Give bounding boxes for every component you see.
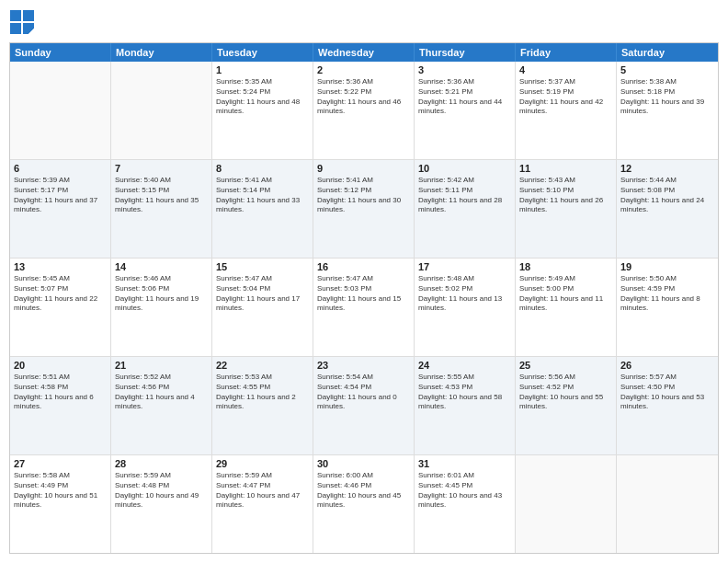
calendar-cell-w2-d4: 17Sunrise: 5:48 AMSunset: 5:02 PMDayligh… [415,259,516,356]
calendar-row-4: 27Sunrise: 5:58 AMSunset: 4:49 PMDayligh… [10,454,718,553]
day-info: Sunrise: 5:37 AMSunset: 5:19 PMDaylight:… [519,77,612,117]
day-info: Sunrise: 5:36 AMSunset: 5:22 PMDaylight:… [317,77,410,117]
day-info: Sunrise: 5:36 AMSunset: 5:21 PMDaylight:… [418,77,511,117]
calendar-cell-w2-d1: 14Sunrise: 5:46 AMSunset: 5:06 PMDayligh… [111,259,212,356]
day-number: 21 [115,360,208,371]
logo-icon [9,9,35,35]
calendar-cell-w0-d6: 5Sunrise: 5:38 AMSunset: 5:18 PMDaylight… [617,62,718,159]
calendar-cell-w3-d4: 24Sunrise: 5:55 AMSunset: 4:53 PMDayligh… [415,357,516,454]
day-info: Sunrise: 5:50 AMSunset: 4:59 PMDaylight:… [620,274,714,314]
day-info: Sunrise: 5:56 AMSunset: 4:52 PMDaylight:… [519,373,612,412]
calendar-cell-w4-d2: 29Sunrise: 5:59 AMSunset: 4:47 PMDayligh… [212,455,313,553]
day-info: Sunrise: 5:59 AMSunset: 4:48 PMDaylight:… [115,471,208,511]
day-info: Sunrise: 5:35 AMSunset: 5:24 PMDaylight:… [216,77,309,117]
day-number: 23 [317,360,410,371]
calendar-cell-w0-d5: 4Sunrise: 5:37 AMSunset: 5:19 PMDaylight… [516,62,617,159]
day-number: 30 [317,458,410,469]
day-info: Sunrise: 5:39 AMSunset: 5:17 PMDaylight:… [14,176,107,215]
day-info: Sunrise: 6:01 AMSunset: 4:45 PMDaylight:… [418,471,511,511]
calendar-cell-w0-d3: 2Sunrise: 5:36 AMSunset: 5:22 PMDaylight… [313,62,415,159]
calendar-cell-w3-d5: 25Sunrise: 5:56 AMSunset: 4:52 PMDayligh… [516,357,617,454]
calendar-row-3: 20Sunrise: 5:51 AMSunset: 4:58 PMDayligh… [10,356,718,454]
calendar-header: SundayMondayTuesdayWednesdayThursdayFrid… [10,43,718,62]
header-day-friday: Friday [516,43,617,62]
day-number: 1 [216,64,309,75]
day-number: 19 [620,261,714,272]
calendar-cell-w1-d0: 6Sunrise: 5:39 AMSunset: 5:17 PMDaylight… [10,160,111,258]
day-info: Sunrise: 5:45 AMSunset: 5:07 PMDaylight:… [14,274,107,314]
day-number: 11 [519,163,612,174]
day-number: 16 [317,261,410,272]
day-info: Sunrise: 5:47 AMSunset: 5:03 PMDaylight:… [317,274,410,314]
day-number: 26 [620,360,714,371]
calendar-cell-w4-d3: 30Sunrise: 6:00 AMSunset: 4:46 PMDayligh… [313,455,415,553]
day-number: 12 [620,163,714,174]
day-info: Sunrise: 6:00 AMSunset: 4:46 PMDaylight:… [317,471,410,511]
svg-rect-1 [23,10,34,21]
logo [9,9,39,35]
day-info: Sunrise: 5:53 AMSunset: 4:55 PMDaylight:… [216,373,309,412]
calendar-cell-w2-d6: 19Sunrise: 5:50 AMSunset: 4:59 PMDayligh… [617,259,718,356]
header-day-monday: Monday [111,43,212,62]
day-info: Sunrise: 5:44 AMSunset: 5:08 PMDaylight:… [620,176,714,215]
calendar-cell-w2-d5: 18Sunrise: 5:49 AMSunset: 5:00 PMDayligh… [516,259,617,356]
header-day-saturday: Saturday [617,43,718,62]
calendar-cell-w0-d4: 3Sunrise: 5:36 AMSunset: 5:21 PMDaylight… [415,62,516,159]
calendar-cell-w1-d4: 10Sunrise: 5:42 AMSunset: 5:11 PMDayligh… [415,160,516,258]
calendar-cell-w0-d1 [111,62,212,159]
header [9,9,719,35]
day-number: 27 [14,458,107,469]
day-info: Sunrise: 5:48 AMSunset: 5:02 PMDaylight:… [418,274,511,314]
calendar-cell-w1-d3: 9Sunrise: 5:41 AMSunset: 5:12 PMDaylight… [313,160,415,258]
calendar-cell-w4-d4: 31Sunrise: 6:01 AMSunset: 4:45 PMDayligh… [415,455,516,553]
day-info: Sunrise: 5:51 AMSunset: 4:58 PMDaylight:… [14,373,107,412]
calendar-cell-w0-d0 [10,62,111,159]
calendar-cell-w1-d5: 11Sunrise: 5:43 AMSunset: 5:10 PMDayligh… [516,160,617,258]
day-info: Sunrise: 5:47 AMSunset: 5:04 PMDaylight:… [216,274,309,314]
calendar-cell-w3-d3: 23Sunrise: 5:54 AMSunset: 4:54 PMDayligh… [313,357,415,454]
calendar-cell-w4-d1: 28Sunrise: 5:59 AMSunset: 4:48 PMDayligh… [111,455,212,553]
header-day-tuesday: Tuesday [212,43,313,62]
calendar-row-0: 1Sunrise: 5:35 AMSunset: 5:24 PMDaylight… [10,62,718,159]
day-number: 13 [14,261,107,272]
calendar-cell-w3-d1: 21Sunrise: 5:52 AMSunset: 4:56 PMDayligh… [111,357,212,454]
day-info: Sunrise: 5:55 AMSunset: 4:53 PMDaylight:… [418,373,511,412]
day-info: Sunrise: 5:54 AMSunset: 4:54 PMDaylight:… [317,373,410,412]
day-number: 17 [418,261,511,272]
calendar-cell-w1-d1: 7Sunrise: 5:40 AMSunset: 5:15 PMDaylight… [111,160,212,258]
day-number: 4 [519,64,612,75]
day-number: 3 [418,64,511,75]
day-info: Sunrise: 5:41 AMSunset: 5:12 PMDaylight:… [317,176,410,215]
day-number: 8 [216,163,309,174]
day-info: Sunrise: 5:57 AMSunset: 4:50 PMDaylight:… [620,373,714,412]
calendar-body: 1Sunrise: 5:35 AMSunset: 5:24 PMDaylight… [10,62,718,553]
calendar-row-1: 6Sunrise: 5:39 AMSunset: 5:17 PMDaylight… [10,159,718,258]
day-number: 6 [14,163,107,174]
day-number: 22 [216,360,309,371]
day-info: Sunrise: 5:40 AMSunset: 5:15 PMDaylight:… [115,176,208,215]
day-number: 25 [519,360,612,371]
day-number: 5 [620,64,714,75]
day-info: Sunrise: 5:52 AMSunset: 4:56 PMDaylight:… [115,373,208,412]
day-info: Sunrise: 5:42 AMSunset: 5:11 PMDaylight:… [418,176,511,215]
day-number: 9 [317,163,410,174]
day-info: Sunrise: 5:46 AMSunset: 5:06 PMDaylight:… [115,274,208,314]
day-number: 28 [115,458,208,469]
calendar-cell-w4-d0: 27Sunrise: 5:58 AMSunset: 4:49 PMDayligh… [10,455,111,553]
day-info: Sunrise: 5:38 AMSunset: 5:18 PMDaylight:… [620,77,714,117]
calendar-cell-w4-d5 [516,455,617,553]
calendar-cell-w4-d6 [617,455,718,553]
calendar-cell-w3-d2: 22Sunrise: 5:53 AMSunset: 4:55 PMDayligh… [212,357,313,454]
day-info: Sunrise: 5:59 AMSunset: 4:47 PMDaylight:… [216,471,309,511]
day-number: 31 [418,458,511,469]
calendar-cell-w1-d6: 12Sunrise: 5:44 AMSunset: 5:08 PMDayligh… [617,160,718,258]
calendar-cell-w2-d3: 16Sunrise: 5:47 AMSunset: 5:03 PMDayligh… [313,259,415,356]
day-number: 14 [115,261,208,272]
day-number: 10 [418,163,511,174]
calendar-cell-w2-d2: 15Sunrise: 5:47 AMSunset: 5:04 PMDayligh… [212,259,313,356]
calendar-cell-w1-d2: 8Sunrise: 5:41 AMSunset: 5:14 PMDaylight… [212,160,313,258]
calendar-cell-w2-d0: 13Sunrise: 5:45 AMSunset: 5:07 PMDayligh… [10,259,111,356]
day-number: 7 [115,163,208,174]
calendar-cell-w3-d0: 20Sunrise: 5:51 AMSunset: 4:58 PMDayligh… [10,357,111,454]
header-day-wednesday: Wednesday [313,43,415,62]
